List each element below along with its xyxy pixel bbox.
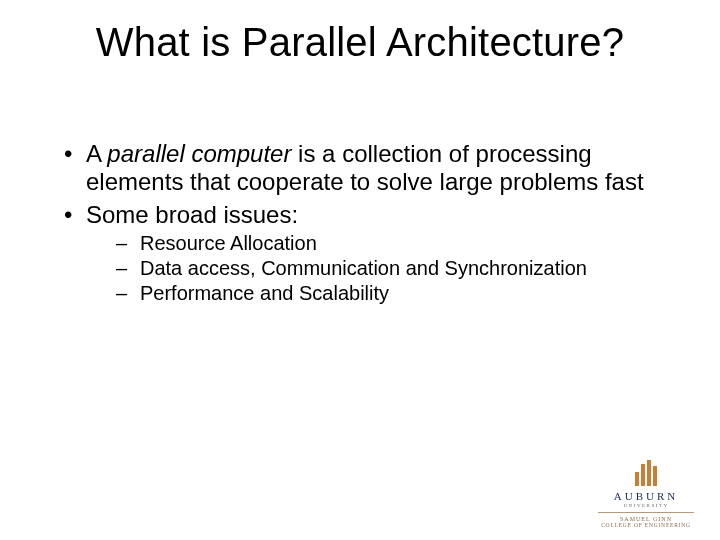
sub-bullet-item: Resource Allocation xyxy=(86,231,650,256)
logo-university: UNIVERSITY xyxy=(596,503,696,508)
auburn-logo: AUBURN UNIVERSITY SAMUEL GINN COLLEGE OF… xyxy=(596,460,696,528)
tower-icon xyxy=(635,460,657,486)
text-run: Some broad issues: xyxy=(86,201,298,228)
bullet-item: A parallel computer is a collection of p… xyxy=(58,140,650,197)
text-italic: parallel computer xyxy=(107,140,291,167)
text-run: A xyxy=(86,140,107,167)
logo-name: AUBURN xyxy=(596,490,696,502)
sub-bullet-list: Resource Allocation Data access, Communi… xyxy=(86,231,650,306)
slide: What is Parallel Architecture? A paralle… xyxy=(0,0,720,540)
logo-subtitle-2: COLLEGE OF ENGINEERING xyxy=(596,522,696,528)
bullet-list: A parallel computer is a collection of p… xyxy=(58,140,650,306)
sub-bullet-item: Data access, Communication and Synchroni… xyxy=(86,256,650,281)
sub-bullet-item: Performance and Scalability xyxy=(86,281,650,306)
slide-title: What is Parallel Architecture? xyxy=(0,20,720,65)
logo-divider xyxy=(598,512,694,513)
bullet-item: Some broad issues: Resource Allocation D… xyxy=(58,201,650,306)
slide-body: A parallel computer is a collection of p… xyxy=(58,140,650,310)
